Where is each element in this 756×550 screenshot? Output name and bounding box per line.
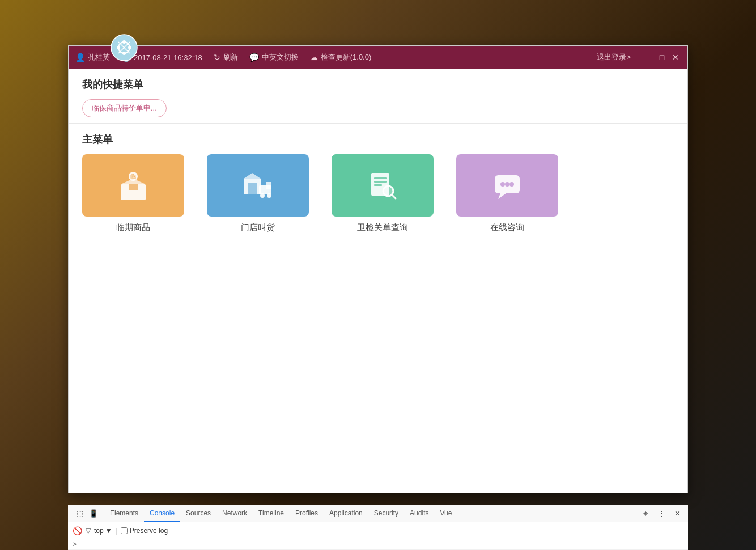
svg-rect-15 xyxy=(248,183,257,194)
menu-label-mendian: 门店叫货 xyxy=(241,222,275,233)
console-filter-text-icon[interactable]: ▽ xyxy=(86,527,91,535)
tab-elements[interactable]: Elements xyxy=(104,505,144,522)
main-menu-section: 主菜单 临 临期商品 xyxy=(69,124,687,493)
devtools-more-button[interactable]: ⋮ xyxy=(655,507,668,520)
preserve-log-label: Preserve log xyxy=(130,527,168,535)
lang-icon: 💬 xyxy=(249,53,259,62)
tab-timeline[interactable]: Timeline xyxy=(253,505,290,522)
update-btn[interactable]: ☁ 检查更新(1.0.0) xyxy=(310,52,372,62)
svg-point-2 xyxy=(122,40,126,44)
refresh-icon: ↻ xyxy=(214,53,220,62)
console-prompt: > xyxy=(73,540,77,548)
menu-item-weijian[interactable]: 卫检关单查询 xyxy=(332,154,434,233)
update-label: 检查更新(1.0.0) xyxy=(321,52,372,62)
svg-text:临: 临 xyxy=(130,174,136,180)
user-info: 👤 孔桂英 xyxy=(75,52,110,62)
title-bar: 👤 孔桂英 🕐 2017-08-21 16:32:18 ↻ 刷新 💬 中英文切换… xyxy=(69,46,687,69)
quick-menu-section: 我的快捷菜单 临保商品特价单申... xyxy=(69,69,687,124)
svg-rect-22 xyxy=(374,181,387,183)
svg-point-3 xyxy=(122,52,126,55)
datetime-label: 2017-08-21 16:32:18 xyxy=(134,53,202,62)
menu-label-linqi: 临期商品 xyxy=(116,222,150,233)
chat-icon xyxy=(490,168,524,202)
tab-audits[interactable]: Audits xyxy=(404,505,434,522)
quick-shortcut-button[interactable]: 临保商品特价单申... xyxy=(82,99,167,117)
console-filter-icon[interactable]: 🚫 xyxy=(73,526,82,535)
box-icon: 临 xyxy=(116,168,150,202)
svg-line-25 xyxy=(392,194,396,198)
console-bar: 🚫 ▽ top ▼ | Preserve log xyxy=(68,522,688,539)
tab-console[interactable]: Console xyxy=(144,505,180,522)
devtools-right-icons: ⌖ ⋮ ✕ xyxy=(638,507,683,520)
preserve-log-checkbox[interactable] xyxy=(121,527,128,534)
menu-item-linqi[interactable]: 临 临期商品 xyxy=(82,154,184,233)
menu-item-zaixian[interactable]: 在线咨询 xyxy=(456,154,558,233)
truck-icon xyxy=(241,168,275,202)
console-caret xyxy=(79,541,79,548)
svg-marker-27 xyxy=(498,193,506,199)
svg-point-5 xyxy=(128,46,131,49)
main-menu-title: 主菜单 xyxy=(82,133,674,146)
cloud-icon: ☁ xyxy=(310,53,318,62)
svg-point-4 xyxy=(117,46,120,49)
minimize-button[interactable]: — xyxy=(643,52,653,62)
preserve-log-checkbox-area[interactable]: Preserve log xyxy=(121,527,168,535)
logout-button[interactable]: 退出登录> xyxy=(597,52,631,62)
tab-application[interactable]: Application xyxy=(324,505,368,522)
maximize-button[interactable]: □ xyxy=(657,52,667,62)
lang-switch-btn[interactable]: 💬 中英文切换 xyxy=(249,52,299,62)
tab-sources[interactable]: Sources xyxy=(180,505,216,522)
main-content: 我的快捷菜单 临保商品特价单申... 主菜单 xyxy=(69,69,687,493)
title-bar-left: 👤 孔桂英 🕐 2017-08-21 16:32:18 ↻ 刷新 💬 中英文切换… xyxy=(75,52,597,62)
app-window: 👤 孔桂英 🕐 2017-08-21 16:32:18 ↻ 刷新 💬 中英文切换… xyxy=(68,45,688,493)
devtools-cursor-button[interactable]: ⌖ xyxy=(639,507,652,520)
svg-point-28 xyxy=(500,182,505,187)
menu-icon-box-zaixian xyxy=(456,154,558,217)
inspect-icons: ⬚ 📱 xyxy=(73,507,100,520)
svg-point-30 xyxy=(509,182,514,187)
console-cursor-line: > xyxy=(68,539,688,549)
svg-rect-23 xyxy=(374,184,382,186)
svg-rect-10 xyxy=(129,184,138,190)
refresh-btn[interactable]: ↻ 刷新 xyxy=(214,52,238,62)
menu-icon-box-weijian xyxy=(332,154,434,217)
title-bar-right: 退出登录> — □ ✕ xyxy=(597,52,681,62)
context-label: top xyxy=(94,527,104,535)
svg-point-19 xyxy=(267,193,271,198)
quick-menu-title: 我的快捷菜单 xyxy=(82,78,674,91)
tab-profiles[interactable]: Profiles xyxy=(290,505,324,522)
devtools-close-button[interactable]: ✕ xyxy=(671,507,683,520)
menu-grid: 临 临期商品 xyxy=(82,154,674,233)
svg-point-29 xyxy=(505,182,509,187)
devtools-tabs: ⬚ 📱 Elements Console Sources Network Tim… xyxy=(68,505,688,522)
menu-item-mendian[interactable]: 门店叫货 xyxy=(207,154,309,233)
menu-icon-box-mendian xyxy=(207,154,309,217)
tab-vue[interactable]: Vue xyxy=(434,505,457,522)
menu-label-weijian: 卫检关单查询 xyxy=(357,222,408,233)
app-logo xyxy=(111,34,138,61)
context-dropdown-arrow: ▼ xyxy=(105,527,112,535)
search-doc-icon xyxy=(366,168,400,202)
username-label: 孔桂英 xyxy=(88,52,110,62)
inspect-element-button[interactable]: ⬚ xyxy=(74,507,86,520)
context-dropdown[interactable]: top ▼ xyxy=(94,527,112,535)
svg-rect-17 xyxy=(266,182,271,189)
lang-label: 中英文切换 xyxy=(262,52,299,62)
tab-security[interactable]: Security xyxy=(368,505,404,522)
menu-icon-box-linqi: 临 xyxy=(82,154,184,217)
svg-point-18 xyxy=(260,193,265,198)
separator: | xyxy=(116,527,117,535)
svg-marker-14 xyxy=(244,173,261,179)
svg-rect-21 xyxy=(374,177,387,179)
user-icon: 👤 xyxy=(75,53,85,62)
close-button[interactable]: ✕ xyxy=(670,52,681,62)
devtools-panel: ⬚ 📱 Elements Console Sources Network Tim… xyxy=(68,505,688,550)
refresh-label: 刷新 xyxy=(223,52,238,62)
menu-label-zaixian: 在线咨询 xyxy=(490,222,524,233)
tab-network[interactable]: Network xyxy=(216,505,253,522)
device-mode-button[interactable]: 📱 xyxy=(87,507,100,520)
